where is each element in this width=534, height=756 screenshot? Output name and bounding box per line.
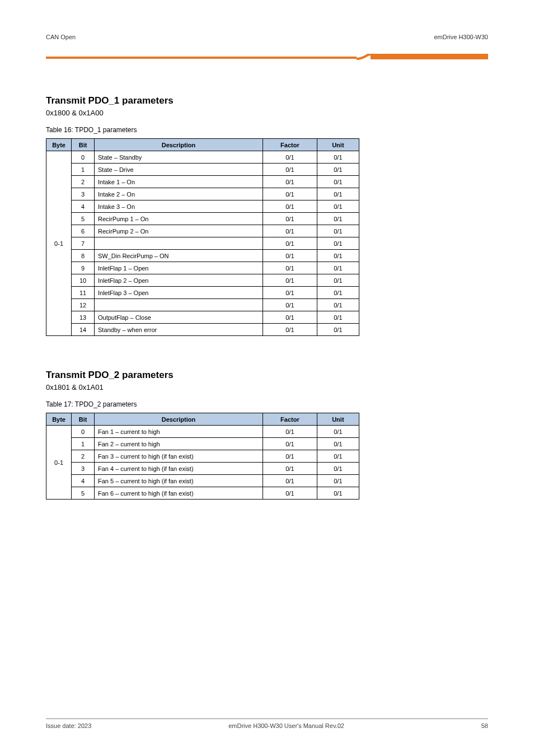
svg-rect-0 [46, 57, 357, 59]
factor-cell: 0/1 [263, 200, 317, 213]
bit-cell: 10 [72, 274, 95, 287]
bit-cell: 13 [72, 311, 95, 324]
table-header-row: Byte Bit Description Factor Unit [46, 413, 359, 426]
table-row: 8SW_Din RecirPump – ON0/10/1 [46, 250, 359, 262]
unit-cell: 0/1 [317, 237, 359, 250]
col-unit: Unit [317, 139, 359, 151]
unit-cell: 0/1 [317, 487, 359, 500]
header-divider [46, 54, 488, 62]
factor-cell: 0/1 [263, 463, 317, 475]
factor-cell: 0/1 [263, 426, 317, 438]
tpdo1-table: Byte Bit Description Factor Unit 0-10Sta… [46, 138, 359, 336]
desc-cell: Fan 1 – current to high [94, 426, 263, 438]
col-factor: Factor [263, 139, 317, 151]
desc-cell: Fan 5 – current to high (if fan exist) [94, 475, 263, 487]
factor-cell: 0/1 [263, 450, 317, 463]
col-unit: Unit [317, 413, 359, 426]
factor-cell: 0/1 [263, 475, 317, 487]
table-row: 5Fan 6 – current to high (if fan exist)0… [46, 487, 359, 500]
table-row: 9InletFlap 1 – Open0/10/1 [46, 262, 359, 274]
bit-cell: 5 [72, 213, 95, 225]
bit-cell: 4 [72, 200, 95, 213]
table-row: 3Fan 4 – current to high (if fan exist)0… [46, 463, 359, 475]
byte-cell: 0-1 [46, 426, 72, 500]
col-bit: Bit [72, 413, 95, 426]
factor-cell: 0/1 [263, 164, 317, 176]
desc-cell: RecirPump 2 – On [94, 225, 263, 237]
table-row: 13OutputFlap – Close0/10/1 [46, 311, 359, 324]
factor-cell: 0/1 [263, 262, 317, 274]
tpdo2-heading: Transmit PDO_2 parameters [46, 370, 488, 381]
bit-cell: 3 [72, 463, 95, 475]
table-row: 70/10/1 [46, 237, 359, 250]
unit-cell: 0/1 [317, 450, 359, 463]
table-row: 3Intake 2 – On0/10/1 [46, 188, 359, 200]
unit-cell: 0/1 [317, 324, 359, 336]
table-row: 6RecirPump 2 – On0/10/1 [46, 225, 359, 237]
col-desc: Description [94, 139, 263, 151]
tpdo1-section: Transmit PDO_1 parameters 0x1800 & 0x1A0… [46, 95, 488, 336]
factor-cell: 0/1 [263, 487, 317, 500]
bit-cell: 6 [72, 225, 95, 237]
unit-cell: 0/1 [317, 426, 359, 438]
header-left: CAN Open [46, 34, 76, 40]
desc-cell: SW_Din RecirPump – ON [94, 250, 263, 262]
table-header-row: Byte Bit Description Factor Unit [46, 139, 359, 151]
desc-cell: Intake 3 – On [94, 200, 263, 213]
factor-cell: 0/1 [263, 176, 317, 188]
desc-cell: Fan 4 – current to high (if fan exist) [94, 463, 263, 475]
unit-cell: 0/1 [317, 250, 359, 262]
bit-cell: 5 [72, 487, 95, 500]
desc-cell: Intake 2 – On [94, 188, 263, 200]
unit-cell: 0/1 [317, 438, 359, 450]
tpdo1-subheading: 0x1800 & 0x1A00 [46, 109, 488, 117]
col-bit: Bit [72, 139, 95, 151]
table-row: 1State – Drive0/10/1 [46, 164, 359, 176]
bit-cell: 7 [72, 237, 95, 250]
desc-cell: Fan 3 – current to high (if fan exist) [94, 450, 263, 463]
factor-cell: 0/1 [263, 151, 317, 164]
unit-cell: 0/1 [317, 213, 359, 225]
col-factor: Factor [263, 413, 317, 426]
bit-cell: 8 [72, 250, 95, 262]
unit-cell: 0/1 [317, 262, 359, 274]
bit-cell: 12 [72, 299, 95, 311]
desc-cell: RecirPump 1 – On [94, 213, 263, 225]
table-row: 2Fan 3 – current to high (if fan exist)0… [46, 450, 359, 463]
factor-cell: 0/1 [263, 299, 317, 311]
bit-cell: 3 [72, 188, 95, 200]
unit-cell: 0/1 [317, 151, 359, 164]
bit-cell: 0 [72, 426, 95, 438]
unit-cell: 0/1 [317, 274, 359, 287]
desc-cell: State – Drive [94, 164, 263, 176]
bit-cell: 0 [72, 151, 95, 164]
table-row: 10InletFlap 2 – Open0/10/1 [46, 274, 359, 287]
desc-cell: Fan 2 – current to high [94, 438, 263, 450]
table-row: 5RecirPump 1 – On0/10/1 [46, 213, 359, 225]
unit-cell: 0/1 [317, 176, 359, 188]
factor-cell: 0/1 [263, 213, 317, 225]
table-row: 11InletFlap 3 – Open0/10/1 [46, 287, 359, 299]
desc-cell: InletFlap 2 – Open [94, 274, 263, 287]
table-row: 120/10/1 [46, 299, 359, 311]
footer-center: emDrive H300-W30 User's Manual Rev.02 [228, 722, 344, 729]
bit-cell: 11 [72, 287, 95, 299]
desc-cell: Standby – when error [94, 324, 263, 336]
factor-cell: 0/1 [263, 188, 317, 200]
factor-cell: 0/1 [263, 324, 317, 336]
desc-cell: InletFlap 1 – Open [94, 262, 263, 274]
bit-cell: 9 [72, 262, 95, 274]
desc-cell: Fan 6 – current to high (if fan exist) [94, 487, 263, 500]
factor-cell: 0/1 [263, 311, 317, 324]
table-row: 14Standby – when error0/10/1 [46, 324, 359, 336]
bit-cell: 14 [72, 324, 95, 336]
tpdo1-heading: Transmit PDO_1 parameters [46, 95, 488, 106]
desc-cell: Intake 1 – On [94, 176, 263, 188]
unit-cell: 0/1 [317, 164, 359, 176]
bit-cell: 4 [72, 475, 95, 487]
table-row: 0-10Fan 1 – current to high0/10/1 [46, 426, 359, 438]
bit-cell: 2 [72, 450, 95, 463]
table-row: 1Fan 2 – current to high0/10/1 [46, 438, 359, 450]
bit-cell: 2 [72, 176, 95, 188]
table-row: 0-10State – Standby0/10/1 [46, 151, 359, 164]
